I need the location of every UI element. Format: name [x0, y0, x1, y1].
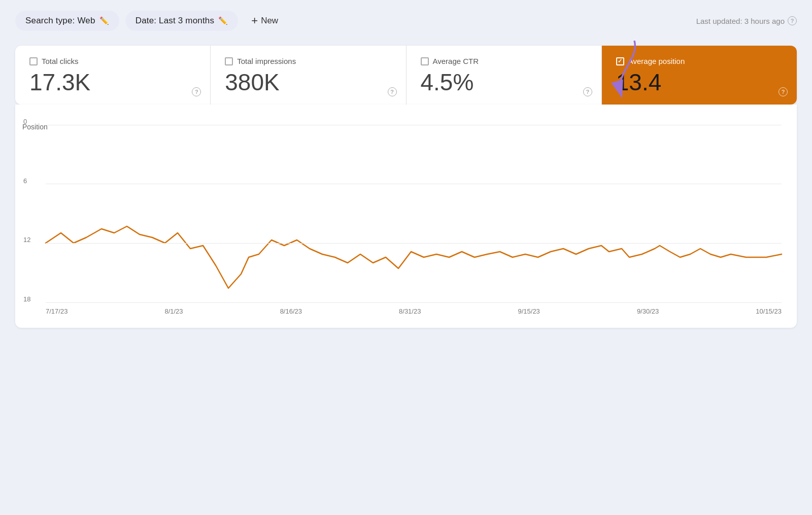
new-button[interactable]: + New: [244, 10, 285, 31]
total-impressions-label: Total impressions: [237, 57, 296, 65]
last-updated: Last updated: 3 hours ago ?: [696, 16, 797, 25]
average-ctr-checkbox[interactable]: [421, 57, 429, 65]
date-label: Date: Last 3 months: [136, 16, 214, 26]
chart-area: Position 0 6 12 18 7/17/23: [15, 105, 797, 328]
average-ctr-value: 4.5%: [421, 70, 587, 95]
grid-line-6: 6: [46, 184, 782, 184]
search-type-label: Search type: Web: [25, 16, 95, 26]
position-line-chart: [46, 125, 782, 302]
x-label-1: 8/1/23: [164, 307, 183, 315]
average-position-value: 13.4: [616, 70, 783, 95]
date-filter[interactable]: Date: Last 3 months ✏️: [125, 11, 239, 31]
x-label-5: 9/30/23: [637, 307, 659, 315]
grid-line-12: 12: [46, 243, 782, 244]
y-tick-0: 0: [23, 118, 27, 125]
y-tick-18: 18: [23, 295, 30, 303]
x-label-0: 7/17/23: [46, 307, 67, 315]
average-position-checkbox[interactable]: [616, 57, 624, 65]
last-updated-help-icon[interactable]: ?: [788, 16, 797, 25]
chart-grid: 0 6 12 18: [46, 125, 782, 302]
x-label-3: 8/31/23: [399, 307, 421, 315]
average-position-help-icon[interactable]: ?: [779, 87, 788, 96]
average-ctr-help-icon[interactable]: ?: [583, 87, 592, 96]
x-label-6: 10/15/23: [756, 307, 782, 315]
total-impressions-value: 380K: [225, 70, 391, 95]
grid-line-18: 18: [46, 302, 782, 303]
total-clicks-checkbox[interactable]: [29, 57, 38, 65]
metric-card-average-ctr[interactable]: Average CTR 4.5% ?: [407, 46, 602, 105]
y-tick-6: 6: [23, 177, 27, 184]
total-impressions-help-icon[interactable]: ?: [388, 87, 397, 96]
edit-search-type-icon: ✏️: [99, 16, 109, 25]
metric-card-total-clicks[interactable]: Total clicks 17.3K ?: [15, 46, 211, 105]
metric-card-total-impressions[interactable]: Total impressions 380K ?: [211, 46, 406, 105]
average-ctr-label: Average CTR: [433, 57, 479, 65]
total-clicks-help-icon[interactable]: ?: [192, 87, 201, 96]
total-clicks-value: 17.3K: [29, 70, 196, 95]
grid-line-0: 0: [46, 125, 782, 125]
last-updated-label: Last updated: 3 hours ago: [696, 17, 785, 25]
metrics-row: Total clicks 17.3K ? Total impressions 3…: [15, 46, 797, 105]
search-type-filter[interactable]: Search type: Web ✏️: [15, 11, 119, 31]
metric-card-average-position[interactable]: Average position 13.4 ?: [602, 46, 797, 105]
new-button-label: New: [261, 16, 278, 26]
total-impressions-checkbox[interactable]: [225, 57, 233, 65]
edit-date-icon: ✏️: [218, 16, 228, 25]
total-clicks-label: Total clicks: [42, 57, 79, 65]
y-tick-12: 12: [23, 236, 30, 244]
filter-bar: Search type: Web ✏️ Date: Last 3 months …: [15, 10, 797, 31]
x-label-4: 9/15/23: [518, 307, 539, 315]
average-position-label: Average position: [628, 57, 685, 65]
x-label-2: 8/16/23: [280, 307, 302, 315]
x-axis-labels: 7/17/23 8/1/23 8/16/23 8/31/23 9/15/23 9…: [46, 302, 782, 315]
plus-icon: +: [251, 14, 258, 27]
